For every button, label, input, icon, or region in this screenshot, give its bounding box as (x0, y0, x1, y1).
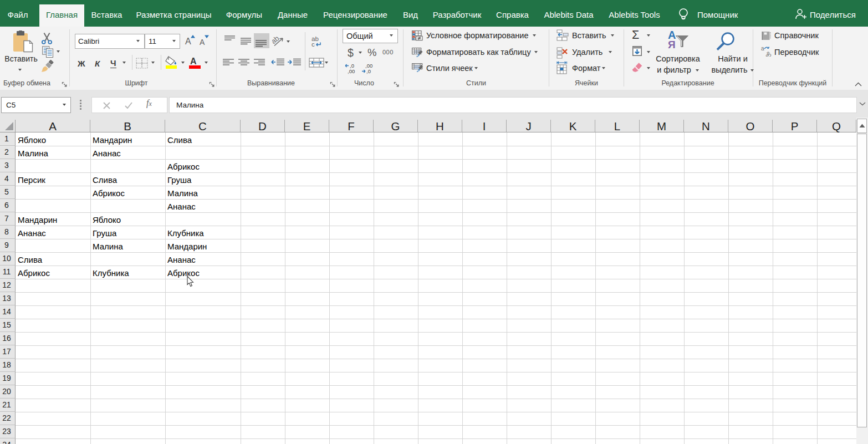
svg-text:,00: ,00 (348, 68, 355, 74)
svg-text:c: c (312, 41, 315, 48)
svg-text:a: a (761, 45, 764, 52)
svg-text:,0: ,0 (366, 68, 371, 74)
svg-text:あ: あ (765, 50, 772, 57)
